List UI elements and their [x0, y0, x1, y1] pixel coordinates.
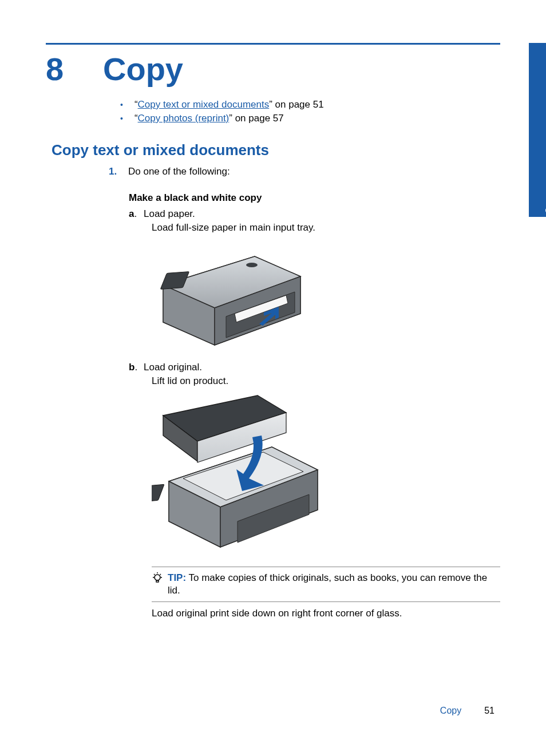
step-marker: 1.	[109, 166, 121, 177]
alpha-list: a. Load paper. Load full-size paper in m…	[129, 208, 500, 233]
svg-line-7	[154, 574, 155, 575]
svg-point-3	[155, 575, 160, 580]
tip-box: TIP: To make copies of thick originals, …	[152, 567, 500, 602]
illustration-lift-lid	[152, 393, 500, 559]
tip-body: To make copies of thick originals, such …	[168, 572, 487, 596]
step-detail: Load full-size paper in main input tray.	[152, 222, 500, 233]
side-tab-label: Copy	[543, 195, 546, 213]
illustration-load-paper	[152, 239, 500, 354]
tip-label: TIP:	[168, 572, 186, 583]
after-tip-text: Load original print side down on right f…	[152, 608, 500, 619]
lightbulb-icon	[152, 572, 163, 597]
chapter-header: 8 Copy	[46, 50, 500, 88]
alpha-list: b. Load original. Lift lid on product.	[129, 362, 500, 387]
list-item: 1. Do one of the following:	[109, 166, 500, 177]
page-footer: Copy 51	[440, 706, 494, 716]
section-heading: Copy text or mixed documents	[52, 141, 500, 159]
alpha-marker: a.	[129, 208, 144, 220]
svg-rect-2	[152, 484, 164, 502]
alpha-marker: b.	[129, 362, 144, 373]
sub-block: b. Load original. Lift lid on product.	[129, 362, 500, 387]
side-tab	[529, 43, 546, 217]
page-body: 8 Copy • “Copy text or mixed documents” …	[0, 0, 546, 642]
list-item: b. Load original.	[129, 362, 500, 373]
svg-point-1	[246, 263, 258, 267]
svg-line-8	[160, 574, 161, 575]
step-detail: Lift lid on product.	[152, 375, 500, 387]
toc-text: “Copy photos (reprint)” on page 57	[134, 113, 284, 124]
bullet-icon: •	[120, 100, 123, 109]
toc-tail: on page 51	[272, 99, 324, 110]
footer-chapter: Copy	[440, 706, 461, 716]
sub-heading: Make a black and white copy	[129, 192, 500, 204]
footer-page-number: 51	[484, 706, 494, 716]
alpha-body: Load paper.	[144, 208, 195, 220]
toc-tail: on page 57	[232, 113, 284, 124]
toc-text: “Copy text or mixed documents” on page 5…	[134, 99, 324, 110]
sub-block: Make a black and white copy a. Load pape…	[129, 192, 500, 233]
bullet-icon: •	[120, 114, 123, 123]
step-text: Do one of the following:	[128, 166, 230, 177]
toc-item: • “Copy text or mixed documents” on page…	[120, 99, 500, 110]
chapter-title: Copy	[103, 50, 183, 88]
toc-link-copy-photos[interactable]: Copy photos (reprint)	[138, 113, 230, 124]
chapter-number: 8	[46, 50, 103, 88]
numbered-list: 1. Do one of the following:	[109, 166, 500, 177]
top-rule	[46, 43, 500, 45]
toc-item: • “Copy photos (reprint)” on page 57	[120, 113, 500, 124]
list-item: a. Load paper.	[129, 208, 500, 220]
toc-link-copy-text[interactable]: Copy text or mixed documents	[138, 99, 270, 110]
chapter-toc: • “Copy text or mixed documents” on page…	[120, 99, 500, 124]
alpha-body: Load original.	[144, 362, 202, 373]
tip-text: TIP: To make copies of thick originals, …	[168, 572, 500, 597]
